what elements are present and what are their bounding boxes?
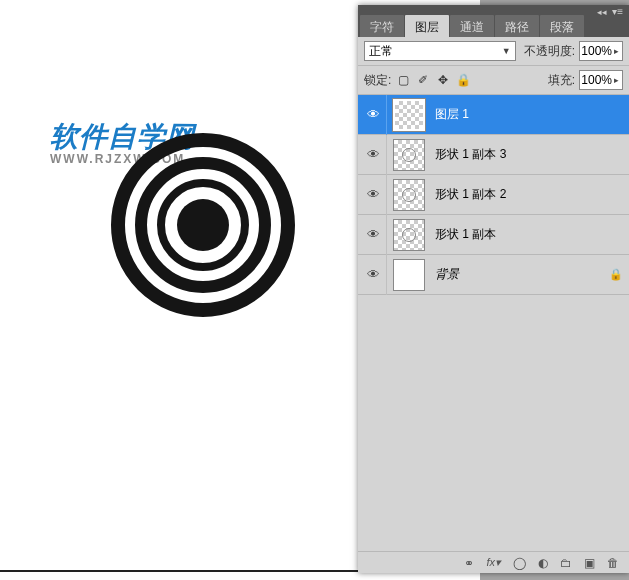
tab-character[interactable]: 字符 [360, 15, 404, 37]
layer-name[interactable]: 形状 1 副本 3 [435, 146, 506, 163]
tab-layers[interactable]: 图层 [405, 15, 449, 37]
fill-value: 100% [581, 73, 612, 87]
lock-label: 锁定: [364, 72, 391, 89]
layer-row[interactable]: 👁形状 1 副本 3 [358, 135, 629, 175]
layer-thumbnail[interactable] [393, 99, 425, 131]
layers-panel: ◂◂ ▾≡ 字符 图层 通道 路径 段落 正常 ▼ 不透明度: 100% ▸ 锁… [358, 5, 629, 573]
lock-options-row: 锁定: ▢ ✐ ✥ 🔒 填充: 100% ▸ [358, 66, 629, 95]
target-graphic [108, 130, 298, 320]
lock-transparent-icon[interactable]: ▢ [395, 72, 411, 88]
fx-icon[interactable]: fx▾ [486, 556, 501, 569]
dropdown-arrow-icon: ▼ [502, 46, 511, 56]
collapse-icon[interactable]: ◂◂ [597, 7, 607, 17]
layer-name[interactable]: 背景 [435, 266, 459, 283]
lock-brush-icon[interactable]: ✐ [415, 72, 431, 88]
chevron-right-icon: ▸ [614, 46, 619, 56]
separator [386, 255, 387, 295]
blend-options-row: 正常 ▼ 不透明度: 100% ▸ [358, 37, 629, 66]
fill-label: 填充: [548, 72, 575, 89]
layer-row[interactable]: 👁背景🔒 [358, 255, 629, 295]
panel-tabs: 字符 图层 通道 路径 段落 [358, 15, 629, 37]
link-layers-icon[interactable]: ⚭ [464, 556, 474, 570]
visibility-eye-icon[interactable]: 👁 [364, 147, 382, 162]
panel-body: 正常 ▼ 不透明度: 100% ▸ 锁定: ▢ ✐ ✥ 🔒 填充: 100% ▸ [358, 37, 629, 573]
mask-icon[interactable]: ◯ [513, 556, 526, 570]
opacity-value: 100% [581, 44, 612, 58]
tab-paths[interactable]: 路径 [495, 15, 539, 37]
opacity-label: 不透明度: [524, 43, 575, 60]
layer-row[interactable]: 👁图层 1 [358, 95, 629, 135]
visibility-eye-icon[interactable]: 👁 [364, 187, 382, 202]
layer-row[interactable]: 👁形状 1 副本 2 [358, 175, 629, 215]
panel-header: ◂◂ ▾≡ [358, 5, 629, 15]
lock-icon: 🔒 [609, 268, 623, 282]
separator [386, 135, 387, 175]
visibility-eye-icon[interactable]: 👁 [364, 267, 382, 282]
layer-thumbnail[interactable] [393, 219, 425, 251]
blend-mode-value: 正常 [369, 43, 393, 60]
separator [386, 175, 387, 215]
layer-thumbnail[interactable] [393, 259, 425, 291]
tab-channels[interactable]: 通道 [450, 15, 494, 37]
layer-name[interactable]: 图层 1 [435, 106, 469, 123]
fill-input[interactable]: 100% ▸ [579, 70, 623, 90]
adjust-icon[interactable]: ◐ [538, 556, 548, 570]
visibility-eye-icon[interactable]: 👁 [364, 107, 382, 122]
layer-row[interactable]: 👁形状 1 副本 [358, 215, 629, 255]
separator [386, 215, 387, 255]
lock-all-icon[interactable]: 🔒 [455, 72, 471, 88]
blend-mode-select[interactable]: 正常 ▼ [364, 41, 516, 61]
layers-list: 👁图层 1👁形状 1 副本 3👁形状 1 副本 2👁形状 1 副本👁背景🔒 [358, 95, 629, 295]
layer-name[interactable]: 形状 1 副本 [435, 226, 496, 243]
tab-paragraph[interactable]: 段落 [540, 15, 584, 37]
panel-menu-icon[interactable]: ▾≡ [612, 6, 623, 17]
separator [386, 95, 387, 135]
opacity-input[interactable]: 100% ▸ [579, 41, 623, 61]
layer-thumbnail[interactable] [393, 139, 425, 171]
trash-icon[interactable]: 🗑 [607, 556, 619, 570]
folder-icon[interactable]: 🗀 [560, 556, 572, 570]
lock-move-icon[interactable]: ✥ [435, 72, 451, 88]
lock-icons-group: ▢ ✐ ✥ 🔒 [395, 72, 471, 88]
chevron-right-icon: ▸ [614, 75, 619, 85]
visibility-eye-icon[interactable]: 👁 [364, 227, 382, 242]
svg-point-3 [177, 199, 229, 251]
layer-name[interactable]: 形状 1 副本 2 [435, 186, 506, 203]
layer-thumbnail[interactable] [393, 179, 425, 211]
new-layer-icon[interactable]: ▣ [584, 556, 595, 570]
panel-footer: ⚭ fx▾ ◯ ◐ 🗀 ▣ 🗑 [358, 551, 629, 573]
